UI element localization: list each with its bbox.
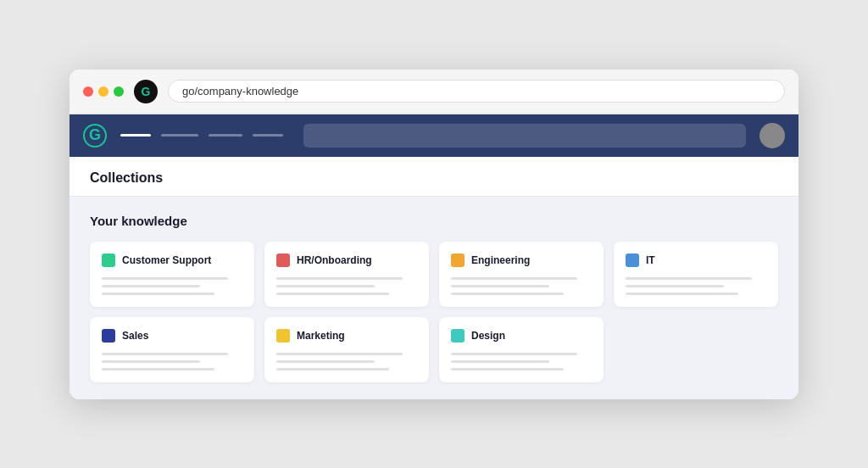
card-title-hr-onboarding: HR/Onboarding	[297, 254, 372, 266]
card-engineering[interactable]: Engineering	[439, 242, 604, 307]
card-icon-customer-support	[102, 254, 115, 267]
traffic-lights	[83, 86, 124, 97]
address-bar[interactable]: go/company-knowledge	[168, 80, 785, 103]
card-title-design: Design	[471, 330, 505, 342]
nav-item-4[interactable]	[253, 134, 283, 136]
page-header: Collections	[70, 157, 798, 197]
card-hr-onboarding[interactable]: HR/Onboarding	[264, 242, 429, 307]
card-title-customer-support: Customer Support	[122, 254, 211, 266]
nav-item-2[interactable]	[161, 134, 198, 136]
close-button[interactable]	[83, 86, 93, 97]
minimize-button[interactable]	[98, 86, 108, 97]
card-it[interactable]: IT	[614, 242, 778, 307]
card-customer-support[interactable]: Customer Support	[90, 242, 254, 307]
user-avatar[interactable]	[760, 123, 785, 148]
nav-item-1[interactable]	[120, 134, 151, 136]
nav-items-container	[120, 134, 283, 136]
nav-item-3[interactable]	[209, 134, 242, 136]
card-icon-engineering	[451, 254, 465, 267]
card-icon-marketing	[276, 329, 290, 343]
collections-body: Your knowledge Customer Support	[70, 197, 798, 399]
card-icon-hr-onboarding	[276, 254, 290, 267]
card-icon-it	[626, 254, 639, 267]
card-icon-design	[451, 329, 465, 343]
grammarly-icon: G	[134, 80, 158, 103]
title-bar: G go/company-knowledge	[70, 70, 798, 114]
nav-logo[interactable]: G	[83, 124, 107, 148]
card-title-marketing: Marketing	[297, 330, 345, 342]
browser-window: G go/company-knowledge G Collections You…	[70, 70, 798, 399]
cards-grid: Customer Support HR/Onboarding	[90, 242, 778, 382]
nav-items	[120, 134, 283, 136]
card-marketing[interactable]: Marketing	[264, 317, 429, 382]
nav-bar: G	[70, 114, 798, 157]
nav-search[interactable]	[303, 124, 746, 148]
card-title-sales: Sales	[122, 330, 148, 342]
page-title: Collections	[90, 170, 778, 186]
page-content: Collections Your knowledge Customer Supp…	[70, 157, 798, 399]
maximize-button[interactable]	[114, 86, 124, 97]
card-title-engineering: Engineering	[471, 254, 530, 266]
card-title-it: IT	[646, 254, 655, 266]
card-design[interactable]: Design	[439, 317, 604, 382]
card-sales[interactable]: Sales	[90, 317, 254, 382]
section-title: Your knowledge	[90, 214, 778, 228]
card-icon-sales	[102, 329, 115, 343]
